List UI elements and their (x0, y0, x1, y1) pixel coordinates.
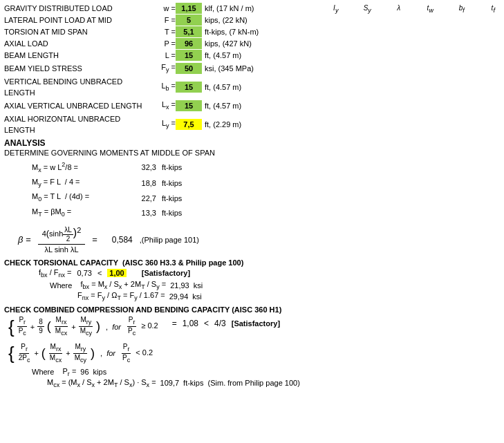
calc-val-mx: 32,3 (122, 162, 156, 173)
input-value-7[interactable]: 15 (176, 100, 202, 111)
input-var-5: Fy = (149, 62, 176, 75)
fraction-8-9: 8 9 (37, 318, 44, 335)
beta-value: 0,584 (112, 235, 133, 245)
input-var-4: L = (149, 50, 176, 61)
combined-value: 1,08 (183, 319, 198, 328)
input-row-7: AXIAL VERTICAL UNBRACED LENGTH Lx = 15 f… (4, 99, 314, 113)
prop-h6: tf (485, 4, 502, 14)
input-row-8: AXIAL HORIZONTAL UNBRACED LENGTH Ly = 7,… (4, 113, 314, 135)
mcx-unit: ft-kips (Sim. from Philip page 100) (183, 379, 300, 387)
calc-label-mt: MT = βM0 = (32, 206, 122, 220)
close-paren-2: ) (91, 346, 95, 361)
torsion-limit: 1,00 (107, 269, 126, 277)
condition-1: Pr Pc ≥ 0.2 (127, 316, 158, 337)
input-unit-3: kips, (427 kN) (205, 38, 252, 49)
input-label-1: LATERAL POINT LOAD AT MID (4, 15, 149, 26)
formula-pr-pc-2: Pr 2Pc (17, 343, 32, 364)
pr-unit: kips (93, 368, 107, 376)
beta-num: 4(sinhλL2)2 (42, 229, 82, 238)
input-value-4[interactable]: 15 (176, 50, 202, 61)
input-value-1[interactable]: 5 (176, 15, 202, 26)
analysis-subtitle: DETERMINE GOVERNING MOMENTS AT MIDDLE OF… (4, 149, 314, 157)
input-row-3: AXIAL LOAD P = 96 kips, (427 kN) (4, 38, 314, 49)
input-value-2[interactable]: 5,1 (176, 26, 202, 37)
open-paren-2: ( (41, 346, 46, 361)
input-unit-2: ft-kips, (7 kN-m) (205, 26, 259, 37)
calc-unit-m0: ft-kips (162, 193, 182, 204)
input-label-5: BEAM YIELD STRESS (4, 63, 149, 74)
input-var-7: Lx = (149, 99, 176, 113)
input-value-6[interactable]: 15 (176, 82, 202, 93)
input-row-2: TORSION AT MID SPAN T = 5,1 ft-kips, (7 … (4, 26, 314, 37)
beta-den: λL sinh λL (44, 245, 78, 254)
calc-unit-mx: ft-kips (162, 162, 182, 173)
input-value-0[interactable]: 1,15 (176, 3, 202, 14)
prop-h5: bf (454, 4, 470, 14)
input-label-6: VERTICAL BENDING UNBRACED LENGTH (4, 76, 149, 98)
prop-h4: tw (422, 4, 439, 14)
input-row-5: BEAM YIELD STRESS Fy = 50 ksi, (345 MPa) (4, 62, 314, 75)
left-panel: GRAVITY DISTRIBUTED LOAD w = 1,15 klf, (… (0, 0, 318, 391)
brace-left-1: { (8, 318, 15, 336)
input-row-4: BEAM LENGTH L = 15 ft, (4.57 m) (4, 50, 314, 61)
calc-row-mt: MT = βM0 = 13,3 ft-kips (32, 206, 314, 220)
fractions-mrx: Mrx Mcx (54, 316, 68, 337)
combined-result: [Satisfactory] (232, 319, 280, 328)
input-label-4: BEAM LENGTH (4, 50, 149, 61)
input-label-3: AXIAL LOAD (4, 38, 149, 49)
torsion-ratio-label: fbx / Fnx = (39, 268, 71, 279)
prop-h3: λ (391, 4, 407, 14)
combined-title: CHECK COMBINED COMPRESSION AND BENDING C… (4, 305, 314, 314)
calc-val-my: 18,8 (122, 178, 156, 189)
calc-row-my: My = F L / 4 = 18,8 ft-kips (32, 176, 314, 190)
input-label-8: AXIAL HORIZONTAL UNBRACED LENGTH (4, 113, 149, 135)
fractions-mry-2: Mry Mcy (73, 343, 88, 364)
right-panel: Iy Sy λ tw bf tf 15,8 10,1 4,38 2,55 303… (318, 0, 504, 391)
close-paren: ) (96, 319, 100, 334)
inputs-section: GRAVITY DISTRIBUTED LOAD w = 1,15 klf, (… (4, 3, 314, 135)
input-row-0: GRAVITY DISTRIBUTED LOAD w = 1,15 klf, (… (4, 3, 314, 14)
prop-h1: Iy (328, 4, 344, 14)
torsion-lt: < (97, 269, 102, 277)
input-row-1: LATERAL POINT LOAD AT MID F = 5 kips, (2… (4, 15, 314, 26)
plus-8-9: + (30, 323, 35, 331)
fnx-eq: Fnx = Fy / ΩT = Fy / 1.67 = (77, 291, 165, 301)
pr-label: Pr = (63, 367, 77, 377)
plus-1: + (71, 323, 75, 331)
combined-limit: 4/3 (214, 319, 226, 328)
input-value-5[interactable]: 50 (176, 63, 202, 74)
input-unit-7: ft, (4.57 m) (205, 100, 241, 111)
mcx-val: 109,7 (160, 379, 180, 387)
beta-eq-sign: = (92, 234, 104, 245)
where-label-1: Where (50, 281, 77, 290)
input-unit-1: kips, (22 kN) (205, 15, 248, 26)
pr-val: 96 (80, 368, 88, 376)
condition-2: Pr Pc < 0.2 (121, 343, 153, 364)
torsion-check-title: CHECK TORSIONAL CAPACITY (AISC 360 H3.3 … (4, 258, 314, 267)
combined-check: CHECK COMBINED COMPRESSION AND BENDING C… (4, 305, 314, 388)
prop-h2: Sy (360, 4, 376, 14)
input-unit-0: klf, (17 kN / m) (205, 3, 254, 14)
input-value-3[interactable]: 96 (176, 38, 202, 49)
input-var-8: Ly = (149, 117, 176, 131)
fractions-mrx-2: Mrx Mcx (48, 343, 63, 364)
input-label-0: GRAVITY DISTRIBUTED LOAD (4, 3, 149, 14)
input-var-0: w = (149, 3, 176, 14)
input-label-7: AXIAL VERTICAL UNBRACED LENGTH (4, 100, 149, 111)
where-label-2: Where (32, 368, 59, 376)
fbx-val: 21,93 (170, 281, 189, 290)
input-var-1: F = (149, 15, 176, 26)
calc-label-m0: M0 = T L / (4d) = (32, 191, 122, 205)
fnx-val: 29,94 (169, 292, 189, 301)
torsion-result: [Satisfactory] (142, 269, 190, 277)
fractions-mry: Mry Mcy (79, 316, 93, 337)
plus-2: + (34, 349, 38, 357)
input-var-2: T = (149, 26, 176, 37)
input-unit-6: ft, (4.57 m) (205, 82, 241, 93)
calc-label-mx: Mx = w L2/8 = (32, 159, 122, 176)
input-value-8[interactable]: 7,5 (176, 119, 202, 130)
input-var-6: Lb = (149, 80, 176, 94)
open-paren: ( (47, 319, 51, 334)
fbx-unit: ksi (194, 281, 203, 290)
input-label-2: TORSION AT MID SPAN (4, 26, 149, 37)
